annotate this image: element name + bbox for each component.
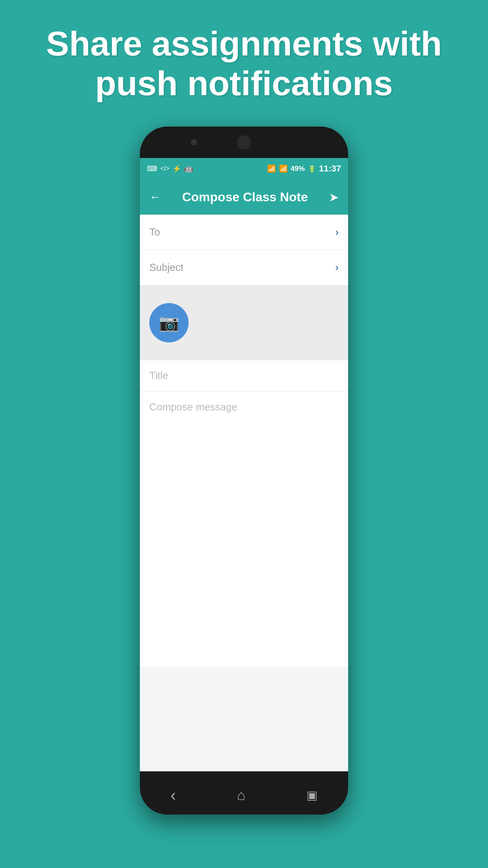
front-camera: [191, 139, 197, 145]
status-bar-left: ⌨ </> ⚡ 🤖: [147, 164, 193, 173]
message-area[interactable]: Compose message: [140, 392, 348, 667]
code-icon: </>: [160, 165, 169, 172]
phone-device: ⌨ </> ⚡ 🤖 📶 📶 49% 🔋 11:37 ←: [140, 127, 348, 815]
subject-field-row[interactable]: Subject ›: [140, 250, 348, 285]
phone-screen: ⌨ </> ⚡ 🤖 📶 📶 49% 🔋 11:37 ←: [140, 158, 348, 771]
battery-percent: 49%: [291, 165, 305, 173]
usb-icon: ⚡: [172, 164, 181, 173]
phone-wrapper: ⌨ </> ⚡ 🤖 📶 📶 49% 🔋 11:37 ←: [0, 119, 488, 815]
phone-bottom-nav: ‹ ⌂ ▣: [140, 771, 348, 815]
phone-speaker: [237, 135, 251, 149]
content-area: To › Subject › 📷: [140, 215, 348, 667]
phone-top-bezel: [140, 127, 348, 158]
nav-back-button[interactable]: ‹: [171, 786, 176, 805]
camera-button[interactable]: 📷: [149, 303, 189, 342]
page-background: Share assignments with push notification…: [0, 0, 488, 868]
camera-icon: 📷: [159, 313, 179, 332]
keyboard-icon: ⌨: [147, 164, 157, 173]
signal-icon: 📶: [279, 164, 288, 173]
to-field-chevron: ›: [335, 226, 339, 238]
status-time: 11:37: [319, 164, 341, 174]
headline-text: Share assignments with push notification…: [46, 24, 442, 103]
nav-recents-button[interactable]: ▣: [306, 788, 317, 802]
title-field-row[interactable]: Title: [140, 360, 348, 392]
status-bar-right: 📶 📶 49% 🔋 11:37: [267, 164, 341, 174]
android-icon: 🤖: [184, 164, 193, 173]
app-bar-title: Compose Class Note: [161, 190, 329, 204]
status-bar: ⌨ </> ⚡ 🤖 📶 📶 49% 🔋 11:37: [140, 158, 348, 179]
battery-icon: 🔋: [308, 165, 316, 173]
nav-home-button[interactable]: ⌂: [237, 787, 246, 804]
to-field-label: To: [149, 226, 160, 238]
wifi-icon: 📶: [267, 164, 276, 173]
send-button[interactable]: ➤: [329, 190, 339, 204]
to-field-row[interactable]: To ›: [140, 215, 348, 250]
app-bar: ← Compose Class Note ➤: [140, 179, 348, 215]
back-button[interactable]: ←: [149, 190, 161, 204]
message-placeholder: Compose message: [149, 401, 237, 413]
subject-field-chevron: ›: [335, 261, 339, 274]
headline: Share assignments with push notification…: [0, 0, 488, 119]
camera-area: 📷: [140, 285, 348, 360]
title-placeholder: Title: [149, 370, 168, 382]
subject-field-label: Subject: [149, 261, 183, 274]
